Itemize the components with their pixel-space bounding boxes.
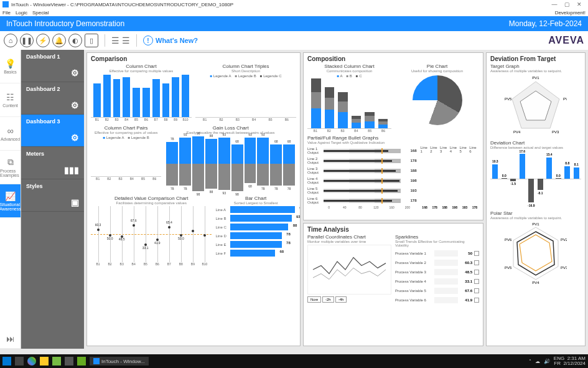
svg-text:PV3: PV3 bbox=[552, 130, 559, 134]
svg-text:PV3: PV3 bbox=[561, 266, 567, 270]
dash-icon: ⚙ bbox=[71, 100, 79, 110]
bell-icon[interactable]: 🔔 bbox=[52, 34, 66, 47]
chart-title: Detailed Value Comparison Chart bbox=[91, 196, 212, 201]
dash-icon: ⚙ bbox=[71, 68, 79, 78]
chart-subtitle: Awareness of multiple variables to setpo… bbox=[490, 216, 581, 220]
start-button[interactable] bbox=[2, 357, 11, 366]
chart-subtitle: Useful for showing composition bbox=[395, 69, 479, 73]
styles-icon: ▣ bbox=[71, 197, 79, 207]
svg-text:PV4: PV4 bbox=[513, 130, 521, 134]
align-left-icon[interactable]: ☰ bbox=[111, 35, 119, 45]
menu-special[interactable]: Special bbox=[32, 10, 49, 16]
pause-icon[interactable]: ❚❚ bbox=[20, 34, 34, 47]
app-icon[interactable] bbox=[52, 357, 61, 366]
windows-taskbar: InTouch - Window... ˄ ☁ 🔊 ENG 2:31 AM FR… bbox=[0, 354, 588, 368]
tray-icon[interactable]: ☁ bbox=[535, 359, 540, 364]
menu-logic[interactable]: Logic bbox=[16, 10, 27, 16]
svg-text:PV2: PV2 bbox=[563, 97, 567, 101]
expand-icon[interactable] bbox=[474, 251, 479, 256]
chart-subtitle: Small Trends Effective for Communicating… bbox=[395, 240, 479, 247]
time-4h-button[interactable]: -4h bbox=[335, 296, 347, 303]
chart-subtitle: Value Against Target with Qualitative In… bbox=[307, 141, 479, 144]
mode-label: Development! bbox=[555, 10, 586, 16]
app-icon[interactable] bbox=[77, 357, 86, 366]
sidebar-styles[interactable]: Styles▣ bbox=[21, 179, 84, 212]
nav-process[interactable]: ⧉Process Examples bbox=[0, 151, 21, 184]
svg-text:PV6: PV6 bbox=[505, 238, 512, 242]
expand-icon[interactable] bbox=[474, 270, 479, 275]
lang-indicator[interactable]: FR bbox=[554, 361, 561, 366]
chart-title: Target Graph bbox=[490, 64, 581, 69]
sidebar-meters[interactable]: Meters▮▮▮ bbox=[21, 147, 84, 179]
time-2h-button[interactable]: -2h bbox=[322, 296, 334, 303]
chart-title: Partial/Full Range Bullet Graphs bbox=[307, 135, 479, 141]
column-chart-pairs bbox=[91, 141, 161, 177]
bulb-icon: 💡 bbox=[5, 59, 16, 68]
left-nav: 💡Basics ☷Content ∞Advanced ⧉Process Exam… bbox=[0, 50, 21, 349]
minimize-button[interactable]: — bbox=[548, 1, 561, 7]
chart-title: Gain Loss Chart bbox=[165, 125, 296, 131]
maximize-button[interactable]: ▢ bbox=[561, 1, 573, 7]
deviation-panel: Deviation From Target Target Graph Aware… bbox=[486, 52, 586, 346]
contrast-icon[interactable]: ◐ bbox=[68, 34, 82, 47]
app-header: InTouch Introductory Demonstration Monda… bbox=[0, 16, 588, 31]
column-chart bbox=[91, 74, 192, 118]
deviation-chart: 10.3 0.0 -1.5 17.6 -16.9 -8.1 15.4 0.0 8… bbox=[490, 151, 581, 207]
expand-icon[interactable] bbox=[474, 260, 479, 265]
nav-situational[interactable]: 📈Situational Awareness bbox=[0, 184, 21, 218]
time-analysis-panel: Time Analysis Parallel Coordinates Chart… bbox=[303, 223, 483, 346]
chart-title: Parallel Coordinates Chart bbox=[307, 234, 391, 240]
tray-up-icon[interactable]: ˄ bbox=[529, 359, 531, 364]
time-now-button[interactable]: Now bbox=[307, 296, 321, 303]
app-icon[interactable] bbox=[65, 357, 73, 366]
home-icon[interactable]: ⌂ bbox=[4, 34, 17, 47]
chart-title: Stacked Column Chart bbox=[307, 64, 391, 69]
whats-new-link[interactable]: ! What's New? bbox=[143, 35, 198, 45]
chrome-icon[interactable] bbox=[27, 357, 36, 366]
gain-loss-chart: 7878 9378 9898 8888 9393 6898 9368 9378 … bbox=[165, 136, 296, 192]
chart-title: Column Chart bbox=[91, 64, 192, 69]
link-icon: ∞ bbox=[7, 126, 14, 136]
close-button[interactable]: ✕ bbox=[573, 1, 586, 7]
expand-icon[interactable] bbox=[474, 298, 479, 303]
nav-content[interactable]: ☷Content bbox=[0, 83, 21, 117]
vertical-bullet-graphs: Line 1Line 2Line 3Line 4Line 5Line 6 168… bbox=[421, 146, 480, 209]
search-icon[interactable] bbox=[15, 357, 24, 366]
clock-date[interactable]: 2/12/2024 bbox=[563, 361, 586, 366]
info-icon: ! bbox=[143, 35, 153, 45]
tray-icon[interactable]: 🔊 bbox=[544, 359, 550, 364]
column-chart-triples bbox=[195, 79, 296, 118]
menu-file[interactable]: File bbox=[2, 10, 11, 16]
device-icon[interactable]: ▯ bbox=[85, 34, 98, 47]
chart-subtitle: Effective for comparing pairs of values bbox=[91, 131, 161, 134]
panel-title: Composition bbox=[307, 55, 479, 62]
chart-title: Sparklines bbox=[395, 234, 479, 240]
flow-icon: ⧉ bbox=[7, 157, 14, 167]
svg-text:PV4: PV4 bbox=[532, 281, 539, 285]
horizontal-bar-chart: Line A98 Line B93 Line C88 Line D78 Line… bbox=[215, 206, 296, 257]
nav-basics[interactable]: 💡Basics bbox=[0, 50, 21, 83]
svg-text:PV1: PV1 bbox=[532, 222, 539, 226]
chart-subtitle: Sorted Largest to Smallest bbox=[215, 201, 296, 205]
sidebar-dashboard-3[interactable]: Dashboard 3⚙ bbox=[21, 115, 84, 147]
svg-text:PV5: PV5 bbox=[505, 266, 512, 270]
align-left-alt-icon[interactable]: ☰ bbox=[122, 35, 130, 45]
explorer-icon[interactable] bbox=[40, 357, 49, 366]
app-icon bbox=[2, 1, 9, 7]
chart-subtitle: Awareness of multiple variables to setpo… bbox=[490, 69, 581, 73]
detailed-value-comparison: 60.3 50.0 48.5 67.6 33.1 41.9 65.4 50.0 bbox=[91, 206, 212, 262]
sidebar-dashboard-2[interactable]: Dashboard 2⚙ bbox=[21, 82, 84, 115]
comparison-panel: Comparison Column Chart Effective for co… bbox=[86, 52, 301, 346]
panel-title: Time Analysis bbox=[307, 226, 479, 233]
sidebar-dashboard-1[interactable]: Dashboard 1⚙ bbox=[21, 50, 84, 82]
bolt-icon[interactable]: ⚡ bbox=[36, 34, 50, 47]
nav-collapse[interactable]: ⏭ bbox=[0, 330, 21, 349]
chart-title: Deviation Chart bbox=[490, 140, 581, 146]
nav-advanced[interactable]: ∞Advanced bbox=[0, 117, 21, 151]
svg-marker-8 bbox=[520, 235, 552, 271]
expand-icon[interactable] bbox=[474, 279, 479, 284]
expand-icon[interactable] bbox=[474, 288, 479, 293]
taskbar-app-intouch[interactable]: InTouch - Window... bbox=[90, 357, 149, 366]
toolbar: ⌂ ❚❚ ⚡ 🔔 ◐ ▯ ☰ ☰ ! What's New? AVEVA bbox=[0, 31, 588, 50]
skip-icon: ⏭ bbox=[6, 334, 15, 344]
